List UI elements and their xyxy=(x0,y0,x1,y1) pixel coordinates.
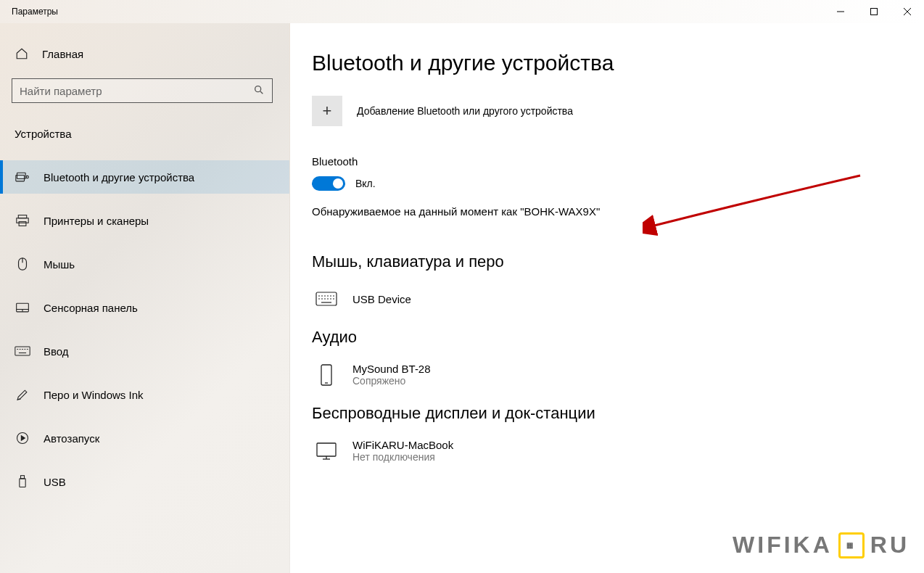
plus-icon: + xyxy=(312,96,342,126)
close-button[interactable] xyxy=(891,0,924,23)
svg-rect-11 xyxy=(19,222,26,226)
svg-rect-42 xyxy=(321,365,331,385)
svg-rect-1 xyxy=(871,9,878,15)
sidebar-item-label: Ввод xyxy=(44,345,69,358)
home-label: Главная xyxy=(42,48,83,60)
sidebar-item-label: Мышь xyxy=(44,258,75,271)
touchpad-icon xyxy=(15,300,30,316)
discoverable-text: Обнаруживаемое на данный момент как "BOH… xyxy=(312,205,902,218)
sidebar-item-bluetooth[interactable]: Bluetooth и другие устройства xyxy=(0,160,289,194)
svg-point-8 xyxy=(26,176,28,178)
device-status: Сопряжено xyxy=(352,375,431,387)
watermark-right: RU xyxy=(870,532,909,558)
bluetooth-label: Bluetooth xyxy=(312,155,902,168)
search-icon xyxy=(253,84,265,98)
device-name: USB Device xyxy=(352,293,411,305)
sidebar-item-label: USB xyxy=(44,476,66,488)
sidebar-item-label: Автозапуск xyxy=(44,432,99,445)
svg-rect-9 xyxy=(18,215,26,218)
watermark-left: WIFIKA xyxy=(733,532,833,558)
nav-section-header: Устройства xyxy=(0,120,289,150)
usb-icon xyxy=(15,474,30,490)
search-input[interactable] xyxy=(12,78,273,103)
svg-rect-44 xyxy=(317,443,336,456)
sidebar-item-touchpad[interactable]: Сенсорная панель xyxy=(0,291,289,324)
device-row[interactable]: MySound BT-28 Сопряжено xyxy=(312,357,902,404)
search-field[interactable] xyxy=(20,85,253,97)
minimize-button[interactable] xyxy=(824,0,857,23)
svg-rect-17 xyxy=(15,347,30,355)
keyboard-icon xyxy=(15,343,30,359)
section-wireless-displays: Беспроводные дисплеи и док-станции xyxy=(312,404,902,423)
device-name: WiFiKARU-MacBook xyxy=(352,439,453,451)
phone-device-icon xyxy=(315,363,338,387)
svg-rect-26 xyxy=(21,476,25,479)
device-row[interactable]: WiFiKARU-MacBook Нет подключения xyxy=(312,433,902,480)
sidebar-item-label: Перо и Windows Ink xyxy=(44,389,144,401)
svg-line-5 xyxy=(260,91,263,94)
mouse-icon xyxy=(15,256,30,272)
sidebar-item-mouse[interactable]: Мышь xyxy=(0,247,289,281)
device-status: Нет подключения xyxy=(352,451,453,463)
bluetooth-toggle[interactable] xyxy=(312,176,345,191)
sidebar: Главная Устройства Bluetooth и другие ус… xyxy=(0,23,290,573)
window-title: Параметры xyxy=(12,7,58,17)
section-input-devices: Мышь, клавиатура и перо xyxy=(312,252,902,271)
home-icon xyxy=(15,46,29,61)
sidebar-item-usb[interactable]: USB xyxy=(0,465,289,498)
svg-rect-27 xyxy=(20,479,25,487)
sidebar-item-typing[interactable]: Ввод xyxy=(0,334,289,368)
autoplay-icon xyxy=(15,430,30,446)
pen-icon xyxy=(15,387,30,403)
keyboard-device-icon xyxy=(315,287,338,310)
toggle-state-label: Вкл. xyxy=(355,178,376,189)
section-audio: Аудио xyxy=(312,328,902,347)
device-row[interactable]: USB Device xyxy=(312,281,902,328)
svg-rect-10 xyxy=(17,218,28,223)
watermark: WIFIKA ▦ RU xyxy=(733,532,909,558)
svg-point-4 xyxy=(255,86,261,91)
maximize-button[interactable] xyxy=(857,0,891,23)
sidebar-item-label: Принтеры и сканеры xyxy=(44,215,149,227)
bluetooth-devices-icon xyxy=(15,169,30,185)
add-device-label: Добавление Bluetooth или другого устройс… xyxy=(357,105,573,117)
add-device-button[interactable]: + Добавление Bluetooth или другого устро… xyxy=(312,96,902,126)
qr-icon: ▦ xyxy=(838,532,865,558)
title-bar: Параметры xyxy=(0,0,924,23)
sidebar-item-pen[interactable]: Перо и Windows Ink xyxy=(0,378,289,411)
sidebar-item-label: Bluetooth и другие устройства xyxy=(44,171,194,184)
home-link[interactable]: Главная xyxy=(0,41,289,67)
page-title: Bluetooth и другие устройства xyxy=(312,51,902,75)
svg-marker-25 xyxy=(21,436,25,441)
main-content: Bluetooth и другие устройства + Добавлен… xyxy=(290,23,924,573)
sidebar-item-printers[interactable]: Принтеры и сканеры xyxy=(0,204,289,237)
monitor-device-icon xyxy=(315,440,338,463)
sidebar-item-autoplay[interactable]: Автозапуск xyxy=(0,421,289,455)
printer-icon xyxy=(15,213,30,228)
sidebar-item-label: Сенсорная панель xyxy=(44,302,138,314)
device-name: MySound BT-28 xyxy=(352,363,431,375)
window-controls xyxy=(824,0,924,23)
